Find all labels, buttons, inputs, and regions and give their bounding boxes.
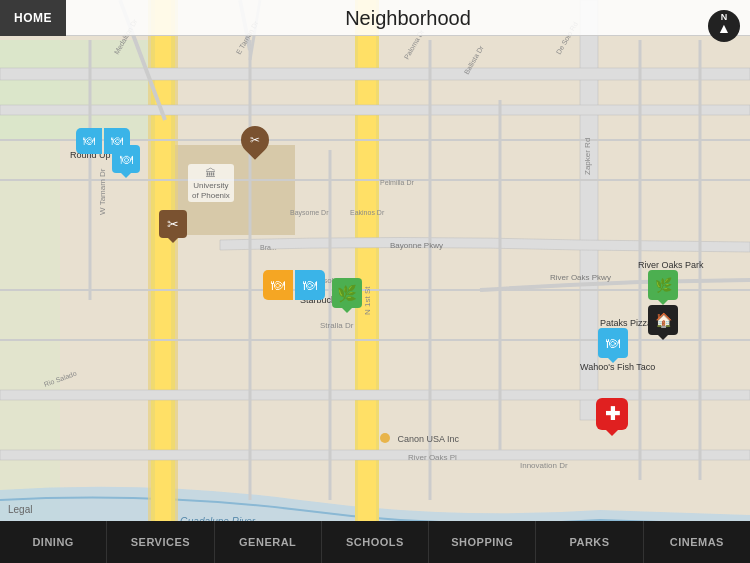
svg-text:River Oaks Pkwy: River Oaks Pkwy <box>550 273 611 282</box>
svg-rect-10 <box>580 0 598 420</box>
wahoo-label: Wahoo's Fish Taco <box>580 362 655 372</box>
svg-rect-14 <box>0 450 750 460</box>
nav-shopping[interactable]: SHOPPING <box>429 521 536 563</box>
canon-dot <box>380 433 390 443</box>
svg-rect-13 <box>0 390 750 400</box>
marker-park-river-oaks[interactable]: 🌿 <box>648 270 678 300</box>
marker-dining-pataks[interactable]: 🍽 <box>598 328 628 358</box>
header: HOME Neighborhood <box>0 0 750 36</box>
nav-dining[interactable]: DINING <box>0 521 107 563</box>
nav-parks[interactable]: PARKS <box>536 521 643 563</box>
svg-rect-11 <box>0 68 750 80</box>
svg-text:Bayonne Pkwy: Bayonne Pkwy <box>390 241 443 250</box>
nav-cinemas[interactable]: CINEMAS <box>644 521 750 563</box>
svg-text:Eakinos Dr: Eakinos Dr <box>350 209 385 216</box>
nav-general[interactable]: GENERAL <box>215 521 322 563</box>
svg-text:River Oaks Pl: River Oaks Pl <box>408 453 457 462</box>
home-button[interactable]: HOME <box>0 0 66 36</box>
marker-medical-1[interactable]: ✚ <box>596 398 628 430</box>
marker-park-1[interactable]: 🌿 <box>332 278 362 308</box>
nav-services[interactable]: SERVICES <box>107 521 214 563</box>
svg-text:Stralla Dr: Stralla Dr <box>320 321 354 330</box>
nav-schools[interactable]: SCHOOLS <box>322 521 429 563</box>
river-oaks-park-label: River Oaks Park <box>638 260 704 270</box>
svg-text:Baysome Dr: Baysome Dr <box>290 209 329 217</box>
university-label: 🏛 Universityof Phoenix <box>188 164 234 202</box>
svg-rect-7 <box>155 0 171 563</box>
svg-text:Zapker Rd: Zapker Rd <box>583 138 592 175</box>
svg-text:Pelmilla Dr: Pelmilla Dr <box>380 179 415 186</box>
svg-rect-12 <box>0 105 750 115</box>
compass-indicator[interactable] <box>708 10 740 42</box>
legal-text: Legal <box>8 504 32 515</box>
svg-text:Bra...: Bra... <box>260 244 277 251</box>
marker-home-1[interactable]: 🏠 <box>648 305 678 335</box>
map-container: Guadalupe River <box>0 0 750 563</box>
map-roads: Guadalupe River <box>0 0 750 563</box>
svg-text:N 1st St: N 1st St <box>363 286 372 315</box>
bottom-nav: DINING SERVICES GENERAL SCHOOLS SHOPPING… <box>0 521 750 563</box>
page-title: Neighborhood <box>66 0 750 36</box>
svg-text:W Tamam Dr: W Tamam Dr <box>98 168 107 215</box>
canon-text: Canon USA Inc <box>397 434 459 444</box>
marker-service-2[interactable]: ✂ <box>159 210 187 238</box>
svg-text:Innovation Dr: Innovation Dr <box>520 461 568 470</box>
marker-dining-single-1[interactable]: 🍽 <box>112 145 140 173</box>
pataks-pizza-label: Pataks Pizza <box>600 318 652 328</box>
marker-service-1[interactable]: ✂ <box>241 126 269 160</box>
canon-label: Canon USA Inc <box>380 428 459 446</box>
marker-dining-cluster-2[interactable]: 🍽 🍽 <box>263 270 325 300</box>
